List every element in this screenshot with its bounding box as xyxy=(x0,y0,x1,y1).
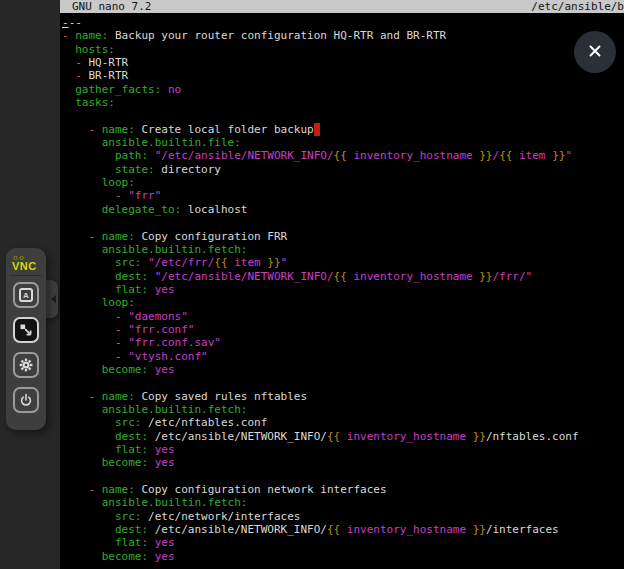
code-line: hosts: xyxy=(62,43,624,56)
code-line: src: /etc/nftables.conf xyxy=(62,416,624,429)
nano-version: GNU nano 7.2 xyxy=(72,0,151,13)
code-line: gather_facts: no xyxy=(62,83,624,96)
collapse-arrow-icon xyxy=(51,295,56,303)
code-line: - name: Copy configuration network inter… xyxy=(62,483,624,496)
code-line: ansible.builtin.file: xyxy=(62,136,624,149)
code-line: become: yes xyxy=(62,550,624,563)
close-button[interactable] xyxy=(574,31,616,73)
code-line: tasks: xyxy=(62,96,624,109)
code-line: ansible.builtin.fetch: xyxy=(62,496,624,509)
code-line: flat: yes xyxy=(62,283,624,296)
code-line: path: "/etc/ansible/NETWORK_INFO/{{ inve… xyxy=(62,149,624,162)
code-line: become: yes xyxy=(62,456,624,469)
code-line: delegate_to: localhost xyxy=(62,203,624,216)
power-button[interactable] xyxy=(13,387,39,413)
code-line: - BR-RTR xyxy=(62,69,624,82)
code-line: flat: yes xyxy=(62,536,624,549)
code-line xyxy=(62,376,624,389)
code-line xyxy=(62,109,624,122)
novnc-logo: no VNC xyxy=(12,253,40,271)
code-line: ansible.builtin.fetch: xyxy=(62,243,624,256)
control-bar-handle[interactable] xyxy=(44,280,58,318)
code-line: - name: Copy configuration FRR xyxy=(62,230,624,243)
code-line: --- xyxy=(62,16,624,29)
code-line: - name: Copy saved rules nftables xyxy=(62,390,624,403)
code-line: state: directory xyxy=(62,163,624,176)
fullscreen-button[interactable] xyxy=(13,317,39,343)
code-line: - HQ-RTR xyxy=(62,56,624,69)
code-line: dest: /etc/ansible/NETWORK_INFO/{{ inven… xyxy=(62,523,624,536)
code-line: src: "/etc/frr/{{ item }}" xyxy=(62,256,624,269)
nano-titlebar: GNU nano 7.2 /etc/ansible/b xyxy=(60,0,624,13)
a-in-box-icon: A xyxy=(19,288,33,302)
code-line: - "vtysh.conf" xyxy=(62,350,624,363)
editor-content[interactable]: ---- name: Backup your router configurat… xyxy=(60,13,624,569)
novnc-control-bar: no VNC A xyxy=(6,248,46,430)
desktop-background: no VNC A xyxy=(0,0,60,569)
code-line xyxy=(62,216,624,229)
code-line: - "frr" xyxy=(62,189,624,202)
code-line: - name: Create local folder backup xyxy=(62,123,624,136)
code-line: flat: yes xyxy=(62,443,624,456)
code-line: ansible.builtin.fetch: xyxy=(62,403,624,416)
control-bar-divider xyxy=(10,275,42,276)
file-path: /etc/ansible/b xyxy=(531,0,624,13)
terminal-window[interactable]: GNU nano 7.2 /etc/ansible/b ---- name: B… xyxy=(60,0,624,569)
code-line: dest: /etc/ansible/NETWORK_INFO/{{ inven… xyxy=(62,430,624,443)
power-icon xyxy=(18,392,34,408)
code-line: loop: xyxy=(62,296,624,309)
code-line: - "frr.conf" xyxy=(62,323,624,336)
code-line: dest: "/etc/ansible/NETWORK_INFO/{{ inve… xyxy=(62,270,624,283)
screen: no VNC A xyxy=(0,0,624,569)
code-line: - "frr.conf.sav" xyxy=(62,336,624,349)
code-line: become: yes xyxy=(62,363,624,376)
novnc-logo-vnc: VNC xyxy=(12,262,40,271)
code-line: loop: xyxy=(62,176,624,189)
extra-keys-button[interactable]: A xyxy=(13,282,39,308)
gear-icon xyxy=(18,357,34,373)
settings-button[interactable] xyxy=(13,352,39,378)
code-line: src: /etc/network/interfaces xyxy=(62,510,624,523)
close-icon xyxy=(587,43,603,62)
code-line xyxy=(62,470,624,483)
code-line: - name: Backup your router configuration… xyxy=(62,29,624,42)
expand-arrow-icon xyxy=(18,322,34,338)
code-line: - "daemons" xyxy=(62,310,624,323)
